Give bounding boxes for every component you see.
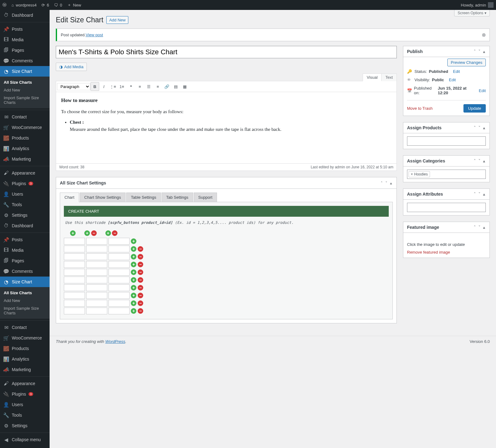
bullet-list-button[interactable]: ⋮≡ <box>108 82 117 91</box>
add-row-button[interactable]: + <box>131 300 136 306</box>
toggle-icon[interactable]: ▴ <box>482 125 486 130</box>
category-chip[interactable]: ×Hoodies <box>409 171 430 177</box>
post-title-input[interactable] <box>56 46 397 58</box>
chart-cell[interactable] <box>86 269 107 276</box>
number-list-button[interactable]: 1≡ <box>117 82 126 91</box>
settings-tab-tab-settings[interactable]: Tab Settings <box>162 193 193 202</box>
sidebar-item-dashboard[interactable]: ⏱Dashboard <box>0 220 50 231</box>
sidebar-item-size-chart[interactable]: ◔Size Chart <box>0 277 50 287</box>
chart-cell[interactable] <box>108 261 130 268</box>
more-button[interactable]: ▤ <box>171 82 180 91</box>
chart-cell[interactable] <box>86 308 107 314</box>
add-row-button[interactable]: + <box>131 285 136 291</box>
add-row-button[interactable]: + <box>131 308 136 314</box>
chevron-up-icon[interactable]: ˄ <box>473 225 476 230</box>
sidebar-item-appearance[interactable]: 🖌Appearance <box>0 168 50 178</box>
submenu-all-size-charts[interactable]: All Size Charts <box>0 289 50 297</box>
remove-column-button[interactable]: − <box>112 230 117 236</box>
chevron-up-icon[interactable]: ˄ <box>380 181 383 185</box>
chart-header-cell[interactable] <box>64 238 85 245</box>
submenu-import-sample[interactable]: Import Sample Size Charts <box>0 304 50 317</box>
remove-row-button[interactable]: − <box>138 285 143 291</box>
editor-body[interactable]: How to measure To choose the correct siz… <box>56 92 396 163</box>
add-media-button[interactable]: ◑ Add Media <box>56 63 87 71</box>
sidebar-item-dashboard[interactable]: ⏱Dashboard <box>0 10 50 20</box>
remove-row-button[interactable]: − <box>138 300 143 306</box>
chevron-down-icon[interactable]: ˅ <box>478 192 481 197</box>
bold-button[interactable]: B <box>91 82 99 91</box>
add-new-button[interactable]: Add New <box>106 16 128 24</box>
toggle-icon[interactable]: ▴ <box>482 225 486 230</box>
sidebar-item-pages[interactable]: 🗐Pages <box>0 45 50 55</box>
add-row-button[interactable]: + <box>131 238 136 244</box>
sidebar-item-woocommerce[interactable]: 🛒WooCommerce <box>0 122 50 133</box>
sidebar-item-users[interactable]: 👤Users <box>0 189 50 199</box>
chart-cell[interactable] <box>86 292 107 299</box>
chart-cell[interactable] <box>108 246 130 252</box>
chart-cell[interactable] <box>108 253 130 260</box>
remove-column-button[interactable]: − <box>91 230 97 236</box>
chevron-up-icon[interactable]: ˄ <box>473 192 476 197</box>
sidebar-item-products[interactable]: 🧱Products <box>0 133 50 143</box>
categories-input[interactable]: ×Hoodies <box>407 170 486 179</box>
chevron-down-icon[interactable]: ˅ <box>385 181 388 185</box>
chart-cell[interactable] <box>108 292 130 299</box>
add-row-button[interactable]: + <box>131 254 136 259</box>
sidebar-item-tools[interactable]: 🔧Tools <box>0 199 50 210</box>
sidebar-item-contact[interactable]: ✉Contact <box>0 322 50 333</box>
sidebar-item-media[interactable]: 🎞Media <box>0 34 50 45</box>
chevron-down-icon[interactable]: ˅ <box>478 225 481 230</box>
align-center-button[interactable]: ☰ <box>144 82 153 91</box>
chevron-up-icon[interactable]: ˄ <box>473 125 476 130</box>
edit-visibility-link[interactable]: Edit <box>449 78 456 82</box>
view-post-link[interactable]: View post <box>86 33 103 37</box>
preview-changes-button[interactable]: Preview Changes <box>447 59 486 66</box>
add-column-button[interactable]: + <box>105 230 111 236</box>
dismiss-notice-button[interactable]: ⊗ <box>482 32 486 38</box>
add-row-button[interactable]: + <box>131 277 136 283</box>
settings-tab-support[interactable]: Support <box>194 193 217 202</box>
edit-date-link[interactable]: Edit <box>479 88 486 93</box>
sidebar-item-marketing[interactable]: 📣Marketing <box>0 154 50 164</box>
chart-cell[interactable] <box>64 277 85 283</box>
sidebar-item-plugins[interactable]: 🔌Plugins 3 <box>0 178 50 189</box>
add-row-button[interactable]: + <box>131 269 136 275</box>
sidebar-item-settings[interactable]: ⚙Settings <box>0 210 50 220</box>
format-select[interactable]: Paragraph <box>57 83 90 90</box>
align-left-button[interactable]: ≡ <box>135 82 144 91</box>
sidebar-item-comments[interactable]: 💬Comments <box>0 55 50 66</box>
featured-image-thumb[interactable] <box>407 236 486 239</box>
toggle-icon[interactable]: ▴ <box>482 158 486 163</box>
toggle-icon[interactable]: ▴ <box>389 181 393 185</box>
chevron-up-icon[interactable]: ˄ <box>473 158 476 163</box>
remove-row-button[interactable]: − <box>138 254 143 259</box>
sidebar-item-products[interactable]: 🧱Products <box>0 343 50 347</box>
sidebar-item-size-chart[interactable]: ◔Size Chart <box>0 66 50 77</box>
chart-cell[interactable] <box>86 284 107 291</box>
chevron-down-icon[interactable]: ˅ <box>478 49 481 54</box>
chart-cell[interactable] <box>64 253 85 260</box>
sidebar-item-posts[interactable]: 📌Posts <box>0 234 50 245</box>
sidebar-item-pages[interactable]: 🗐Pages <box>0 255 50 266</box>
chart-cell[interactable] <box>64 292 85 299</box>
screen-options-button[interactable]: Screen Options ▾ <box>454 10 490 16</box>
chart-cell[interactable] <box>86 261 107 268</box>
edit-status-link[interactable]: Edit <box>453 69 460 74</box>
chevron-down-icon[interactable]: ˅ <box>478 158 481 163</box>
add-row-button[interactable]: + <box>131 293 136 298</box>
chart-header-cell[interactable] <box>108 238 130 245</box>
wp-logo[interactable]: ⓦ <box>2 2 7 8</box>
chevron-down-icon[interactable]: ˅ <box>478 125 481 130</box>
submenu-import-sample[interactable]: Import Sample Size Charts <box>0 94 50 106</box>
add-column-button[interactable]: + <box>84 230 90 236</box>
chart-cell[interactable] <box>64 261 85 268</box>
chart-cell[interactable] <box>108 284 130 291</box>
site-link[interactable]: ⌂wordpress4 <box>11 3 37 7</box>
update-button[interactable]: Update <box>463 104 486 113</box>
new-link[interactable]: ＋New <box>67 2 81 8</box>
remove-row-button[interactable]: − <box>138 262 143 267</box>
blockquote-button[interactable]: ❝ <box>126 82 135 91</box>
settings-tab-table-settings[interactable]: Table Settings <box>126 193 161 202</box>
remove-row-button[interactable]: − <box>138 293 143 298</box>
toolbar-toggle-button[interactable]: ▦ <box>180 82 189 91</box>
